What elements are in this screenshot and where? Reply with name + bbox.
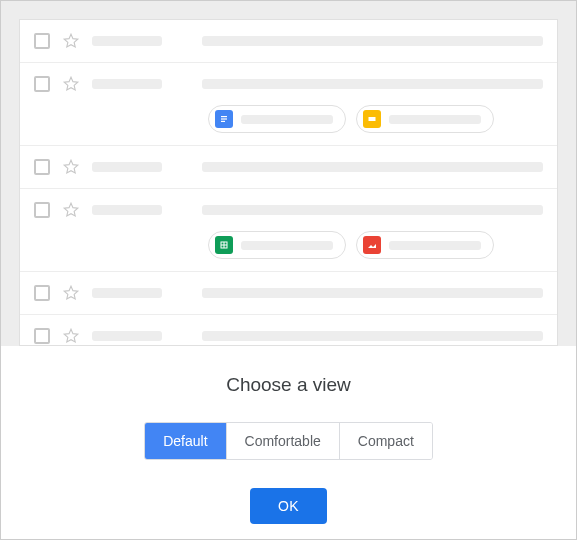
ok-button[interactable]: OK — [250, 488, 327, 524]
placeholder-bar — [92, 205, 162, 215]
placeholder-bar — [92, 162, 162, 172]
table-row — [20, 20, 557, 63]
checkbox-icon — [34, 159, 50, 175]
placeholder-bar — [389, 241, 481, 250]
attachment-chip — [208, 105, 346, 133]
view-option-default[interactable]: Default — [145, 423, 226, 459]
sheets-icon — [215, 236, 233, 254]
placeholder-bar — [202, 331, 543, 341]
star-icon — [62, 75, 80, 93]
table-row — [20, 272, 557, 315]
table-row — [20, 189, 557, 272]
view-segmented-control: Default Comfortable Compact — [144, 422, 433, 460]
star-icon — [62, 158, 80, 176]
checkbox-icon — [34, 328, 50, 344]
checkbox-icon — [34, 33, 50, 49]
density-preview-area — [1, 1, 576, 346]
image-icon — [363, 236, 381, 254]
attachment-chip — [208, 231, 346, 259]
checkbox-icon — [34, 285, 50, 301]
view-option-comfortable[interactable]: Comfortable — [227, 423, 340, 459]
star-icon — [62, 327, 80, 345]
star-icon — [62, 32, 80, 50]
docs-icon — [215, 110, 233, 128]
attachment-chip — [356, 105, 494, 133]
star-icon — [62, 284, 80, 302]
attachment-chip — [356, 231, 494, 259]
placeholder-bar — [241, 241, 333, 250]
svg-rect-2 — [221, 121, 225, 122]
bottom-panel: Choose a view Default Comfortable Compac… — [1, 346, 576, 524]
placeholder-bar — [92, 288, 162, 298]
checkbox-icon — [34, 202, 50, 218]
view-option-compact[interactable]: Compact — [340, 423, 432, 459]
placeholder-bar — [241, 115, 333, 124]
placeholder-bar — [202, 205, 543, 215]
table-row — [20, 63, 557, 146]
placeholder-bar — [92, 331, 162, 341]
table-row — [20, 315, 557, 346]
svg-rect-1 — [221, 118, 227, 119]
preview-list — [19, 19, 558, 346]
checkbox-icon — [34, 76, 50, 92]
placeholder-bar — [92, 36, 162, 46]
placeholder-bar — [92, 79, 162, 89]
star-icon — [62, 201, 80, 219]
svg-rect-0 — [221, 116, 227, 117]
slides-icon — [363, 110, 381, 128]
table-row — [20, 146, 557, 189]
svg-rect-3 — [369, 117, 376, 121]
placeholder-bar — [389, 115, 481, 124]
placeholder-bar — [202, 162, 543, 172]
placeholder-bar — [202, 288, 543, 298]
placeholder-bar — [202, 36, 543, 46]
dialog-title: Choose a view — [1, 374, 576, 396]
placeholder-bar — [202, 79, 543, 89]
